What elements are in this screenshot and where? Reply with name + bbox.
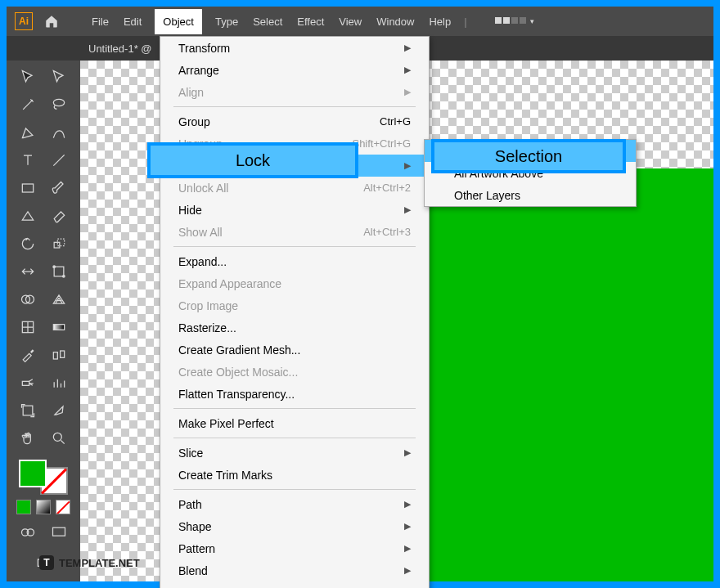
menu-item-expand[interactable]: Expand...: [160, 250, 429, 272]
svg-rect-12: [61, 351, 65, 357]
app-window: Ai File Edit Object Type Select Effect V…: [7, 7, 713, 581]
menu-item-flatten-transparency[interactable]: Flatten Transparency...: [160, 383, 429, 405]
color-mode-solid[interactable]: [16, 500, 31, 514]
free-transform-tool[interactable]: [49, 262, 69, 281]
screen-mode[interactable]: [49, 523, 69, 542]
svg-point-5: [53, 266, 56, 268]
slice-tool[interactable]: [49, 401, 69, 420]
workspace-switcher-icon[interactable]: ▾: [495, 17, 534, 25]
menu-item-create-object-mosaic: Create Object Mosaic...: [160, 361, 429, 383]
menu-view[interactable]: View: [337, 12, 363, 31]
menu-item-crop-image: Crop Image: [160, 294, 429, 316]
shaper-tool[interactable]: [18, 206, 38, 226]
symbol-sprayer-tool[interactable]: [18, 373, 38, 393]
watermark-badge: T: [39, 555, 54, 570]
svg-point-15: [53, 433, 61, 441]
menu-item-show-all: Show AllAlt+Ctrl+3: [160, 221, 429, 243]
menu-edit[interactable]: Edit: [122, 12, 143, 31]
eyedropper-tool[interactable]: [18, 345, 38, 365]
svg-rect-2: [54, 242, 60, 248]
pen-tool[interactable]: [18, 123, 38, 142]
watermark-text: TEMPLATE.NET: [59, 557, 140, 569]
menu-separator: [173, 246, 416, 247]
mesh-tool[interactable]: [18, 317, 38, 337]
curvature-tool[interactable]: [49, 123, 69, 142]
scale-tool[interactable]: [49, 234, 69, 254]
home-icon[interactable]: [44, 14, 59, 29]
shape-builder-tool[interactable]: [18, 290, 38, 309]
column-graph-tool[interactable]: [49, 373, 69, 393]
menu-item-expand-appearance: Expand Appearance: [160, 272, 429, 294]
menu-item-create-gradient-mesh[interactable]: Create Gradient Mesh...: [160, 339, 429, 361]
color-mode-none[interactable]: [56, 500, 70, 514]
menu-separator: [173, 438, 416, 438]
menu-item-make-pixel-perfect[interactable]: Make Pixel Perfect: [160, 412, 429, 434]
menu-item-blend[interactable]: Blend▶: [160, 559, 429, 581]
menu-file[interactable]: File: [90, 12, 110, 31]
artwork-rectangle[interactable]: [391, 168, 713, 581]
watermark: T TEMPLATE.NET: [39, 555, 140, 570]
selection-tool[interactable]: [18, 67, 38, 87]
menu-item-slice[interactable]: Slice▶: [160, 442, 429, 464]
perspective-grid-tool[interactable]: [49, 290, 69, 309]
fill-color[interactable]: [19, 460, 47, 487]
menu-item-envelope-distort[interactable]: Envelope Distort▶: [160, 581, 429, 588]
menu-effect[interactable]: Effect: [295, 12, 326, 31]
gradient-tool[interactable]: [49, 317, 69, 337]
rotate-tool[interactable]: [18, 234, 38, 254]
submenu-item-other-layers[interactable]: Other Layers: [425, 184, 636, 206]
menu-help[interactable]: Help: [427, 12, 452, 31]
eraser-tool[interactable]: [49, 206, 69, 226]
submenu-item-selection[interactable]: Selection: [425, 140, 636, 162]
submenu-item-all-artwork-above[interactable]: All Artwork Above: [425, 162, 636, 184]
svg-rect-18: [53, 527, 65, 536]
object-menu-dropdown: Transform▶ Arrange▶ Align▶ GroupCtrl+G U…: [160, 36, 430, 588]
type-tool[interactable]: [18, 150, 38, 170]
menu-item-path[interactable]: Path▶: [160, 493, 429, 515]
svg-rect-1: [22, 184, 33, 192]
width-tool[interactable]: [18, 262, 38, 281]
menu-item-rasterize[interactable]: Rasterize...: [160, 316, 429, 339]
menu-item-create-trim-marks[interactable]: Create Trim Marks: [160, 464, 429, 486]
menu-item-group[interactable]: GroupCtrl+G: [160, 110, 429, 132]
document-tab[interactable]: Untitled-1* @: [88, 43, 152, 55]
menu-item-lock[interactable]: Lock▶: [160, 155, 429, 177]
svg-rect-4: [54, 267, 64, 276]
lock-submenu: Selection All Artwork Above Other Layers: [424, 139, 637, 207]
menu-separator: [173, 489, 416, 490]
menu-item-transform[interactable]: Transform▶: [160, 37, 429, 59]
menu-item-shape[interactable]: Shape▶: [160, 515, 429, 537]
magic-wand-tool[interactable]: [18, 95, 38, 114]
direct-selection-tool[interactable]: [49, 67, 69, 87]
app-logo[interactable]: Ai: [15, 12, 33, 30]
menu-separator: [173, 106, 416, 107]
menu-item-hide[interactable]: Hide▶: [160, 199, 429, 221]
draw-mode[interactable]: [18, 523, 38, 542]
menu-item-align: Align▶: [160, 81, 429, 103]
color-mode-gradient[interactable]: [36, 500, 51, 514]
blend-tool[interactable]: [49, 345, 69, 365]
line-tool[interactable]: [49, 150, 69, 170]
svg-rect-13: [22, 381, 29, 385]
menu-object[interactable]: Object: [155, 9, 202, 34]
menu-separator: [173, 408, 416, 409]
rectangle-tool[interactable]: [18, 178, 38, 198]
menu-item-arrange[interactable]: Arrange▶: [160, 59, 429, 81]
svg-rect-14: [23, 406, 33, 415]
paintbrush-tool[interactable]: [49, 178, 69, 198]
menu-item-unlock-all: Unlock AllAlt+Ctrl+2: [160, 177, 429, 199]
menu-type[interactable]: Type: [214, 12, 240, 31]
menu-window[interactable]: Window: [375, 12, 416, 31]
menu-item-pattern[interactable]: Pattern▶: [160, 537, 429, 559]
lasso-tool[interactable]: [49, 95, 69, 114]
menubar: Ai File Edit Object Type Select Effect V…: [7, 7, 713, 36]
artboard-tool[interactable]: [18, 401, 38, 420]
svg-rect-10: [53, 325, 64, 330]
color-panel[interactable]: [19, 460, 68, 495]
svg-rect-11: [53, 352, 57, 359]
hand-tool[interactable]: [18, 429, 38, 448]
svg-point-0: [53, 99, 64, 105]
menu-select[interactable]: Select: [251, 12, 284, 31]
svg-point-6: [63, 276, 65, 278]
zoom-tool[interactable]: [49, 429, 69, 448]
